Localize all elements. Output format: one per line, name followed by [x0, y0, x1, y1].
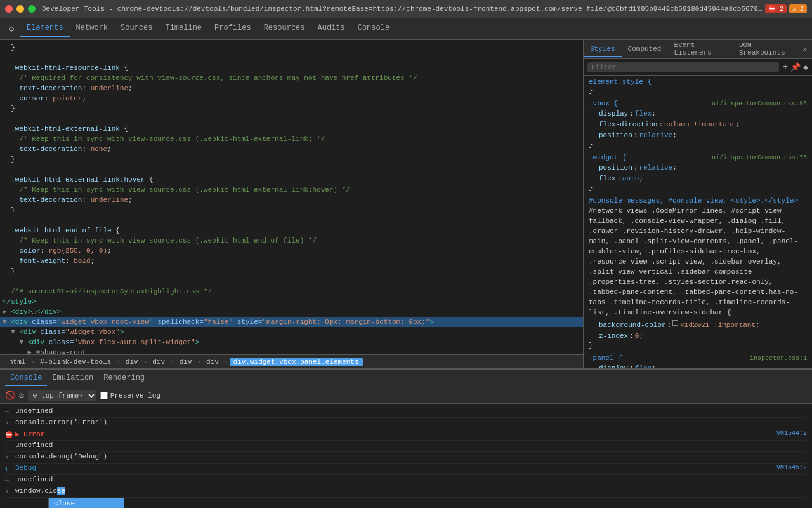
- rule-source[interactable]: ui/inspectorCommon.css:86: [712, 100, 807, 107]
- console-text: undefined: [15, 476, 807, 483]
- title-bar: Developer Tools - chrome-devtools://devt…: [0, 0, 812, 18]
- tab-computed[interactable]: Computed: [622, 42, 668, 57]
- styles-filter-input[interactable]: [587, 62, 779, 72]
- breadcrumb-div1[interactable]: div: [122, 358, 142, 366]
- preserve-log-text: Preserve log: [110, 392, 160, 399]
- console-text: undefined: [15, 407, 807, 415]
- code-line: [0, 276, 583, 286]
- prop-flex-direction: flex-direction:column !important;: [589, 119, 807, 130]
- code-line: ▶ <div>…</div>: [0, 307, 583, 317]
- main-tab-bar: ⚙ Elements Network Sources Timeline Prof…: [0, 18, 812, 40]
- styles-tab-more[interactable]: »: [797, 43, 812, 57]
- console-text: Debug: [15, 464, 771, 472]
- error-badge: ⛔ 2: [765, 4, 787, 13]
- breadcrumb-bar: html › #-blink-dev-tools › div › div › d…: [0, 354, 583, 368]
- tab-styles[interactable]: Styles: [584, 42, 622, 57]
- tab-dom-breakpoints[interactable]: DOM Breakpoints: [733, 40, 797, 61]
- breadcrumb-current[interactable]: div.widget.vbox.panel.elements: [230, 358, 363, 366]
- breadcrumb-div3[interactable]: div: [176, 358, 196, 366]
- console-output[interactable]: ← undefined › console.error('Error') ⛔ ▶…: [0, 404, 812, 508]
- tab-resources[interactable]: Resources: [258, 20, 311, 37]
- tab-emulation[interactable]: Emulation: [47, 371, 98, 386]
- console-tab-bar: Console Emulation Rendering: [0, 370, 812, 387]
- tab-network[interactable]: Network: [70, 20, 114, 37]
- console-line-debug-cmd: › console.debug('Debug'): [5, 452, 807, 464]
- rule-source[interactable]: ui/inspectorCommon.css:75: [712, 154, 807, 161]
- style-rule-widget: .widget { ui/inspectorCommon.css:75 posi…: [589, 154, 807, 192]
- autocomplete-dropdown: close closed: [48, 498, 124, 508]
- tab-sources[interactable]: Sources: [114, 20, 159, 37]
- close-button[interactable]: [5, 5, 13, 13]
- code-line: [0, 215, 583, 225]
- color-swatch[interactable]: [672, 320, 678, 326]
- arrow-left-icon: ←: [5, 477, 13, 484]
- arrow-left-icon: ←: [5, 408, 13, 415]
- console-input[interactable]: window.close: [15, 487, 65, 495]
- console-text: console.error('Error'): [15, 418, 807, 426]
- prop-bg-color: background-color: #1d2021 !important;: [589, 320, 807, 331]
- rule-header: element.style {: [589, 78, 807, 86]
- styles-content[interactable]: element.style { } .vbox { ui/inspectorCo…: [584, 76, 812, 368]
- code-line: }: [0, 43, 583, 53]
- preserve-log-label[interactable]: Preserve log: [100, 392, 160, 399]
- debug-icon: ℹ: [5, 465, 13, 473]
- console-output-wrapper: ← undefined › console.error('Error') ⛔ ▶…: [0, 404, 812, 508]
- arrow-right-icon: ›: [5, 488, 13, 495]
- add-style-icon[interactable]: +: [783, 62, 788, 72]
- warning-badge: ⚠ 2: [789, 4, 807, 13]
- filter-icon[interactable]: ⚙: [19, 391, 24, 401]
- code-line: }: [0, 104, 583, 114]
- tab-profiles[interactable]: Profiles: [208, 20, 258, 37]
- autocomplete-item-close[interactable]: close: [49, 498, 124, 508]
- breadcrumb-div4[interactable]: div: [202, 358, 223, 366]
- error-file[interactable]: VM1544:2: [776, 430, 807, 437]
- tab-rendering[interactable]: Rendering: [98, 371, 150, 386]
- tab-timeline[interactable]: Timeline: [159, 20, 208, 37]
- code-line: ▼ <div class="vbox flex-auto split-widge…: [0, 337, 583, 347]
- rule-header: .vbox { ui/inspectorCommon.css:86: [589, 100, 807, 107]
- style-link[interactable]: <style>…</style>: [731, 197, 798, 204]
- error-icon: ⛔: [5, 431, 13, 439]
- code-line: /* Keep this in sync with view-source.cs…: [0, 134, 583, 144]
- styles-tab-bar: Styles Computed Event Listeners DOM Brea…: [584, 40, 812, 59]
- code-line: </style>: [0, 297, 583, 307]
- devtools-icon[interactable]: ⚙: [3, 20, 20, 37]
- long-selector: #network-views .CodeMirror-lines, #scrip…: [589, 206, 807, 318]
- breadcrumb-div2[interactable]: div: [148, 358, 169, 366]
- style-rule-long: #console-messages, #console-view, <style…: [589, 197, 807, 349]
- badge-area: ⛔ 2 ⚠ 2: [765, 4, 807, 13]
- styles-panel: Styles Computed Event Listeners DOM Brea…: [584, 40, 812, 368]
- frame-selector[interactable]: ⊙ top frame›: [28, 390, 96, 401]
- source-content[interactable]: } .webkit-html-resource-link { /* Requir…: [0, 40, 583, 354]
- preserve-log-checkbox[interactable]: [100, 392, 108, 399]
- code-line: text-decoration: underline;: [0, 83, 583, 93]
- code-line: }: [0, 266, 583, 276]
- pin-icon[interactable]: 📌: [790, 62, 801, 72]
- console-line-undefined2: ← undefined: [5, 441, 807, 452]
- code-line-selected: ▼ <div class="widget vbox root-view" spe…: [0, 317, 583, 327]
- tab-console-bottom[interactable]: Console: [5, 371, 47, 386]
- tab-elements[interactable]: Elements: [20, 20, 70, 37]
- code-line: }: [0, 154, 583, 164]
- rule-source[interactable]: inspector.css:1: [750, 355, 807, 362]
- maximize-button[interactable]: [28, 5, 36, 13]
- minimize-button[interactable]: [16, 5, 24, 13]
- clear-console-icon[interactable]: 🚫: [5, 391, 15, 401]
- code-line: [0, 114, 583, 124]
- prop-flex: flex:auto;: [589, 173, 807, 184]
- rule-header: #console-messages, #console-view, <style…: [589, 197, 807, 204]
- breadcrumb-blink[interactable]: #-blink-dev-tools: [36, 358, 115, 366]
- tab-event-listeners[interactable]: Event Listeners: [667, 40, 732, 61]
- breadcrumb-html[interactable]: html: [5, 358, 29, 366]
- debug-file[interactable]: VM1545:2: [776, 464, 807, 471]
- console-line-undefined3: ← undefined: [5, 475, 807, 486]
- code-line: /* Keep this in sync with view-source.cs…: [0, 185, 583, 195]
- tab-audits[interactable]: Audits: [311, 20, 351, 37]
- tab-console[interactable]: Console: [351, 20, 396, 37]
- console-toolbar: 🚫 ⚙ ⊙ top frame› Preserve log: [0, 387, 812, 404]
- code-line: color: rgb(255, 0, 0);: [0, 246, 583, 256]
- prop-position: position:relative;: [589, 130, 807, 141]
- console-line-undefined1: ← undefined: [5, 406, 807, 418]
- rule-selector: #console-messages, #console-view, <style…: [589, 197, 798, 204]
- color-format-icon[interactable]: ◆: [803, 62, 808, 72]
